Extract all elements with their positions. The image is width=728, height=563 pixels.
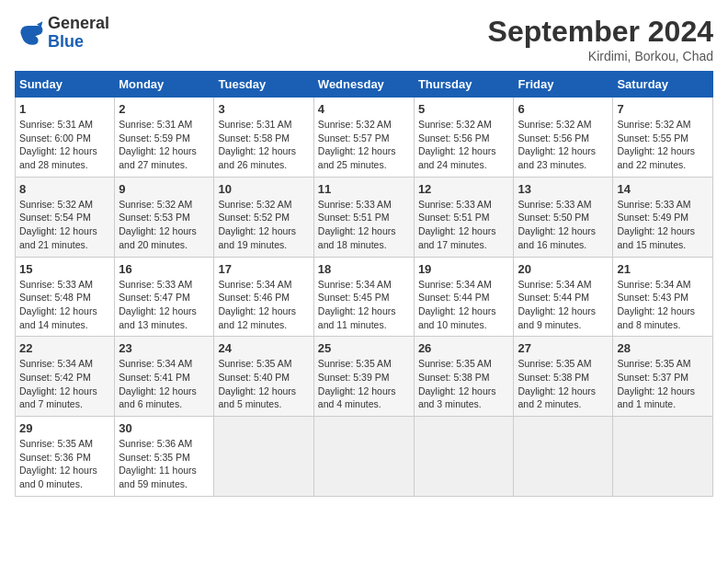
calendar-cell: 7 Sunrise: 5:32 AM Sunset: 5:55 PM Dayli… xyxy=(613,98,713,178)
calendar-cell: 24 Sunrise: 5:35 AM Sunset: 5:40 PM Dayl… xyxy=(214,337,313,417)
day-info: Sunrise: 5:32 AM Sunset: 5:56 PM Dayligh… xyxy=(518,118,609,172)
day-info: Sunrise: 5:33 AM Sunset: 5:48 PM Dayligh… xyxy=(19,278,110,332)
calendar-cell: 27 Sunrise: 5:35 AM Sunset: 5:38 PM Dayl… xyxy=(514,337,613,417)
day-info: Sunrise: 5:35 AM Sunset: 5:38 PM Dayligh… xyxy=(518,357,609,411)
logo-general-text: General xyxy=(48,15,109,33)
day-info: Sunrise: 5:35 AM Sunset: 5:36 PM Dayligh… xyxy=(19,437,110,491)
calendar-cell xyxy=(313,417,414,497)
calendar-cell: 6 Sunrise: 5:32 AM Sunset: 5:56 PM Dayli… xyxy=(514,98,613,178)
day-info: Sunrise: 5:35 AM Sunset: 5:39 PM Dayligh… xyxy=(318,357,410,411)
day-number: 12 xyxy=(418,182,510,196)
calendar-cell: 18 Sunrise: 5:34 AM Sunset: 5:45 PM Dayl… xyxy=(313,257,414,337)
day-number: 30 xyxy=(119,421,210,435)
logo-icon xyxy=(15,18,44,48)
calendar-header-row: SundayMondayTuesdayWednesdayThursdayFrid… xyxy=(16,72,713,98)
day-info: Sunrise: 5:34 AM Sunset: 5:43 PM Dayligh… xyxy=(617,278,709,332)
day-info: Sunrise: 5:31 AM Sunset: 6:00 PM Dayligh… xyxy=(19,118,110,172)
calendar-cell: 21 Sunrise: 5:34 AM Sunset: 5:43 PM Dayl… xyxy=(613,257,713,337)
calendar-cell: 4 Sunrise: 5:32 AM Sunset: 5:57 PM Dayli… xyxy=(313,98,414,178)
calendar-day-header: Sunday xyxy=(16,72,115,98)
calendar-cell xyxy=(414,417,514,497)
day-info: Sunrise: 5:34 AM Sunset: 5:42 PM Dayligh… xyxy=(19,357,110,411)
day-number: 6 xyxy=(518,102,609,116)
calendar-cell: 2 Sunrise: 5:31 AM Sunset: 5:59 PM Dayli… xyxy=(115,98,214,178)
calendar-table: SundayMondayTuesdayWednesdayThursdayFrid… xyxy=(15,71,713,497)
day-number: 7 xyxy=(617,102,709,116)
page-header: General Blue September 2024 Kirdimi, Bor… xyxy=(15,15,713,63)
calendar-cell: 25 Sunrise: 5:35 AM Sunset: 5:39 PM Dayl… xyxy=(313,337,414,417)
calendar-cell: 20 Sunrise: 5:34 AM Sunset: 5:44 PM Dayl… xyxy=(514,257,613,337)
day-number: 3 xyxy=(218,102,309,116)
calendar-cell: 10 Sunrise: 5:32 AM Sunset: 5:52 PM Dayl… xyxy=(214,177,313,257)
calendar-cell: 17 Sunrise: 5:34 AM Sunset: 5:46 PM Dayl… xyxy=(214,257,313,337)
day-number: 14 xyxy=(617,182,709,196)
day-number: 11 xyxy=(318,182,410,196)
day-info: Sunrise: 5:34 AM Sunset: 5:46 PM Dayligh… xyxy=(218,278,309,332)
calendar-cell: 11 Sunrise: 5:33 AM Sunset: 5:51 PM Dayl… xyxy=(313,177,414,257)
day-info: Sunrise: 5:33 AM Sunset: 5:51 PM Dayligh… xyxy=(418,198,510,252)
day-number: 29 xyxy=(19,421,110,435)
logo-blue-text: Blue xyxy=(48,33,109,52)
day-number: 25 xyxy=(318,341,410,355)
day-number: 28 xyxy=(617,341,709,355)
day-number: 4 xyxy=(318,102,410,116)
title-block: September 2024 Kirdimi, Borkou, Chad xyxy=(488,15,713,63)
calendar-week-row: 1 Sunrise: 5:31 AM Sunset: 6:00 PM Dayli… xyxy=(16,98,713,178)
day-number: 17 xyxy=(218,262,309,276)
calendar-cell: 22 Sunrise: 5:34 AM Sunset: 5:42 PM Dayl… xyxy=(16,337,115,417)
day-number: 19 xyxy=(418,262,510,276)
calendar-cell: 15 Sunrise: 5:33 AM Sunset: 5:48 PM Dayl… xyxy=(16,257,115,337)
calendar-cell: 16 Sunrise: 5:33 AM Sunset: 5:47 PM Dayl… xyxy=(115,257,214,337)
day-info: Sunrise: 5:33 AM Sunset: 5:51 PM Dayligh… xyxy=(318,198,410,252)
day-number: 13 xyxy=(518,182,609,196)
day-number: 16 xyxy=(119,262,210,276)
day-info: Sunrise: 5:32 AM Sunset: 5:56 PM Dayligh… xyxy=(418,118,510,172)
calendar-cell: 8 Sunrise: 5:32 AM Sunset: 5:54 PM Dayli… xyxy=(16,177,115,257)
day-number: 1 xyxy=(19,102,110,116)
calendar-day-header: Tuesday xyxy=(214,72,313,98)
day-number: 8 xyxy=(19,182,110,196)
calendar-day-header: Friday xyxy=(514,72,613,98)
day-number: 22 xyxy=(19,341,110,355)
calendar-cell: 26 Sunrise: 5:35 AM Sunset: 5:38 PM Dayl… xyxy=(414,337,514,417)
day-number: 20 xyxy=(518,262,609,276)
calendar-cell: 9 Sunrise: 5:32 AM Sunset: 5:53 PM Dayli… xyxy=(115,177,214,257)
day-info: Sunrise: 5:36 AM Sunset: 5:35 PM Dayligh… xyxy=(119,437,210,491)
day-info: Sunrise: 5:35 AM Sunset: 5:40 PM Dayligh… xyxy=(218,357,309,411)
day-number: 9 xyxy=(119,182,210,196)
day-info: Sunrise: 5:35 AM Sunset: 5:37 PM Dayligh… xyxy=(617,357,709,411)
day-info: Sunrise: 5:32 AM Sunset: 5:54 PM Dayligh… xyxy=(19,198,110,252)
day-info: Sunrise: 5:32 AM Sunset: 5:53 PM Dayligh… xyxy=(119,198,210,252)
location: Kirdimi, Borkou, Chad xyxy=(488,49,713,63)
month-title: September 2024 xyxy=(488,15,713,49)
day-info: Sunrise: 5:33 AM Sunset: 5:47 PM Dayligh… xyxy=(119,278,210,332)
day-info: Sunrise: 5:34 AM Sunset: 5:41 PM Dayligh… xyxy=(119,357,210,411)
calendar-cell: 29 Sunrise: 5:35 AM Sunset: 5:36 PM Dayl… xyxy=(16,417,115,497)
calendar-day-header: Wednesday xyxy=(313,72,414,98)
calendar-cell: 12 Sunrise: 5:33 AM Sunset: 5:51 PM Dayl… xyxy=(414,177,514,257)
day-number: 24 xyxy=(218,341,309,355)
day-number: 27 xyxy=(518,341,609,355)
day-number: 2 xyxy=(119,102,210,116)
day-number: 10 xyxy=(218,182,309,196)
calendar-cell xyxy=(613,417,713,497)
day-info: Sunrise: 5:34 AM Sunset: 5:44 PM Dayligh… xyxy=(518,278,609,332)
logo-text: General Blue xyxy=(48,15,109,52)
logo: General Blue xyxy=(15,15,109,52)
day-info: Sunrise: 5:32 AM Sunset: 5:57 PM Dayligh… xyxy=(318,118,410,172)
day-info: Sunrise: 5:34 AM Sunset: 5:45 PM Dayligh… xyxy=(318,278,410,332)
calendar-week-row: 22 Sunrise: 5:34 AM Sunset: 5:42 PM Dayl… xyxy=(16,337,713,417)
calendar-week-row: 29 Sunrise: 5:35 AM Sunset: 5:36 PM Dayl… xyxy=(16,417,713,497)
day-number: 18 xyxy=(318,262,410,276)
day-number: 5 xyxy=(418,102,510,116)
day-info: Sunrise: 5:31 AM Sunset: 5:59 PM Dayligh… xyxy=(119,118,210,172)
calendar-cell: 30 Sunrise: 5:36 AM Sunset: 5:35 PM Dayl… xyxy=(115,417,214,497)
calendar-cell: 23 Sunrise: 5:34 AM Sunset: 5:41 PM Dayl… xyxy=(115,337,214,417)
calendar-cell: 13 Sunrise: 5:33 AM Sunset: 5:50 PM Dayl… xyxy=(514,177,613,257)
day-number: 23 xyxy=(119,341,210,355)
calendar-cell xyxy=(214,417,313,497)
day-number: 15 xyxy=(19,262,110,276)
calendar-day-header: Thursday xyxy=(414,72,514,98)
day-number: 26 xyxy=(418,341,510,355)
calendar-day-header: Monday xyxy=(115,72,214,98)
